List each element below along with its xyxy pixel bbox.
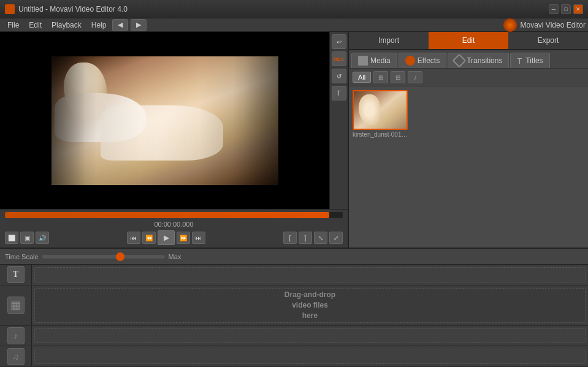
tab-import[interactable]: Import	[349, 32, 429, 49]
filter-grid-large-button[interactable]: ⊟	[391, 71, 405, 83]
subtab-media-label: Media	[370, 56, 391, 65]
video-track-icon-col: ▦	[0, 286, 32, 325]
clip-button[interactable]: ▣	[20, 232, 34, 244]
media-grid: kirsten_dunst-001-thu...	[349, 86, 588, 248]
right-controls: [ ] ⤡ ⤢	[283, 232, 343, 244]
left-controls: ⬜ ▣ 🔊	[5, 232, 49, 244]
media-icon	[358, 56, 368, 66]
timescale-label: Time Scale	[5, 253, 39, 260]
movavi-icon	[503, 18, 517, 32]
progress-bar[interactable]	[5, 212, 343, 218]
timescale-bar: Time Scale Max	[0, 249, 588, 265]
effects-icon	[405, 56, 415, 66]
thumbnail-image	[353, 90, 408, 130]
menu-edit[interactable]: Edit	[24, 20, 47, 31]
title-track-icon: T	[7, 266, 25, 283]
subtab-media[interactable]: Media	[351, 53, 397, 68]
subtab-effects[interactable]: Effects	[399, 53, 446, 68]
filter-grid-small-button[interactable]: ⊞	[373, 71, 388, 83]
tab-edit[interactable]: Edit	[429, 32, 508, 49]
menu-playback[interactable]: Playback	[47, 20, 86, 31]
preview-photo	[52, 56, 278, 185]
video-track-icon: ▦	[7, 297, 25, 314]
titlebar: Untitled - Movavi Video Editor 4.0 ─ □ ✕	[0, 0, 588, 18]
minimize-button[interactable]: ─	[549, 4, 559, 14]
expand2-button[interactable]: ⤢	[329, 232, 343, 244]
loop-button[interactable]: ↺	[332, 69, 346, 83]
close-button[interactable]: ✕	[573, 4, 583, 14]
subtab-transitions-label: Transitions	[467, 56, 502, 65]
side-buttons: ↩ REC ↺ T	[329, 32, 348, 209]
rec-button[interactable]: REC	[332, 51, 346, 66]
filter-all-button[interactable]: All	[353, 72, 371, 83]
timescale-knob[interactable]	[116, 252, 124, 261]
mark-out-button[interactable]: ]	[299, 232, 312, 244]
title-track-icon-col: T	[0, 265, 32, 285]
window-controls: ─ □ ✕	[549, 4, 583, 14]
drop-hint: Drag-and-drop video files here	[284, 290, 335, 320]
audio-track-2: ♫	[0, 346, 588, 367]
sub-tabs: Media Effects Transitions T Titles	[349, 50, 588, 69]
timescale-max: Max	[169, 253, 181, 260]
tracks: T ▦ Drag-and-drop video files here ♪	[0, 265, 588, 367]
time-display: 00:00:00.000	[2, 219, 345, 229]
app-name: Movavi Video Editor	[521, 21, 586, 29]
thumbnail-label: kirsten_dunst-001-thu...	[353, 131, 408, 138]
filter-row: All ⊞ ⊟ ♪	[349, 69, 588, 86]
timeline-area: Time Scale Max T ▦ Drag-and-drop video f…	[0, 248, 588, 367]
window-title: Untitled - Movavi Video Editor 4.0	[18, 5, 549, 13]
audio-track-1-icon: ♪	[7, 327, 25, 344]
undo-button[interactable]: ◀	[112, 19, 128, 31]
progress-fill	[5, 212, 329, 218]
audio-track-1: ♪	[0, 326, 588, 347]
video-track: ▦ Drag-and-drop video files here	[0, 286, 588, 326]
title-track-content[interactable]	[34, 267, 586, 282]
mark-in-button[interactable]: [	[283, 232, 297, 244]
menu-file[interactable]: File	[2, 20, 24, 31]
preview-main	[0, 32, 329, 209]
timescale-slider[interactable]	[42, 255, 165, 259]
expand1-button[interactable]: ⤡	[314, 232, 327, 244]
list-item[interactable]: kirsten_dunst-001-thu...	[353, 90, 408, 138]
subtab-titles-label: Titles	[525, 56, 543, 65]
subtab-transitions[interactable]: Transitions	[448, 53, 509, 68]
titles-icon: T	[517, 56, 522, 66]
audio-track-2-content[interactable]	[34, 349, 586, 364]
audio-track-1-content[interactable]	[34, 328, 586, 344]
app-logo: Movavi Video Editor	[503, 18, 586, 32]
top-tabs: Import Edit Export	[349, 32, 588, 50]
go-to-start-button[interactable]: ⏮	[127, 232, 140, 244]
maximize-button[interactable]: □	[561, 4, 571, 14]
go-to-end-button[interactable]: ⏭	[192, 232, 205, 244]
text-overlay-button[interactable]: T	[332, 86, 346, 100]
controls-row: ⬜ ▣ 🔊 ⏮ ⏪ ▶ ⏩ ⏭ [ ] ⤡ ⤢	[2, 229, 345, 246]
right-panel: Import Edit Export Media Effects Transit…	[349, 32, 588, 248]
transitions-icon	[452, 54, 467, 68]
preview-wrapper: ↩ REC ↺ T	[0, 32, 348, 209]
filter-music-button[interactable]: ♪	[408, 71, 422, 83]
video-track-content[interactable]: Drag-and-drop video files here	[34, 288, 586, 323]
undo-side-button[interactable]: ↩	[332, 34, 346, 49]
playback-controls: ⏮ ⏪ ▶ ⏩ ⏭	[127, 230, 205, 245]
audio-track-2-icon: ♫	[7, 348, 25, 365]
main-content: ↩ REC ↺ T 00:00:00.000 ⬜ ▣ 🔊 ⏮ ⏪	[0, 32, 588, 248]
subtab-effects-label: Effects	[418, 56, 440, 65]
title-track: T	[0, 265, 588, 286]
screenshot-button[interactable]: ⬜	[5, 232, 18, 244]
app-icon	[5, 4, 15, 14]
audio-track-1-icon-col: ♪	[0, 326, 32, 346]
playback-area: 00:00:00.000 ⬜ ▣ 🔊 ⏮ ⏪ ▶ ⏩ ⏭ [ ] ⤡	[0, 209, 348, 248]
subtab-titles[interactable]: T Titles	[510, 53, 549, 68]
play-button[interactable]: ▶	[158, 230, 175, 245]
step-back-button[interactable]: ⏪	[142, 232, 156, 244]
audio-track-2-icon-col: ♫	[0, 346, 32, 366]
left-panel: ↩ REC ↺ T 00:00:00.000 ⬜ ▣ 🔊 ⏮ ⏪	[0, 32, 349, 248]
menubar: File Edit Playback Help ◀ ▶ Movavi Video…	[0, 18, 588, 32]
redo-button[interactable]: ▶	[131, 19, 147, 31]
step-forward-button[interactable]: ⏩	[177, 232, 190, 244]
menu-help[interactable]: Help	[86, 20, 112, 31]
tab-export[interactable]: Export	[508, 32, 588, 49]
volume-button[interactable]: 🔊	[36, 232, 49, 244]
